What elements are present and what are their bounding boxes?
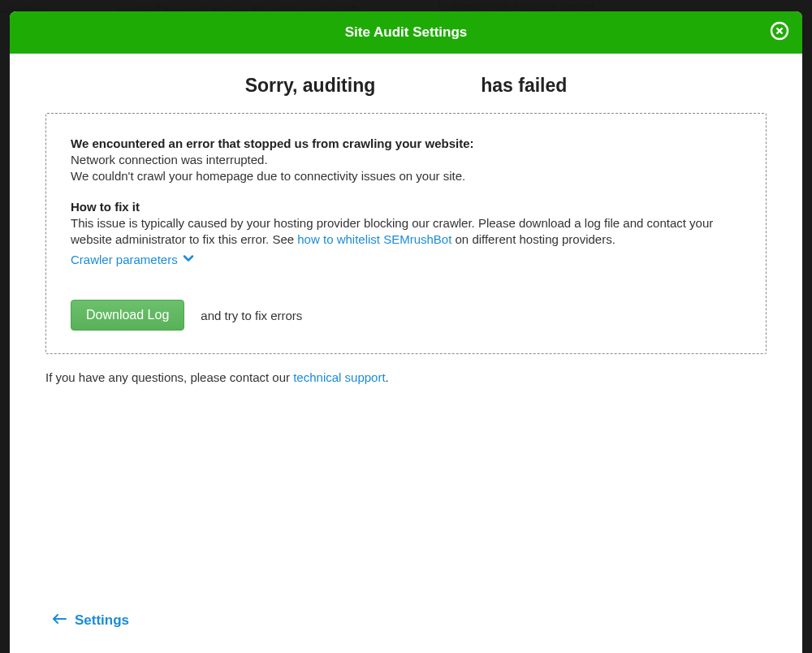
failure-heading: Sorry, auditing has failed	[45, 75, 767, 97]
heading-site-placeholder	[375, 75, 481, 97]
fix-title: How to fix it	[71, 200, 741, 214]
close-button[interactable]	[768, 21, 791, 44]
heading-pre: Sorry, auditing	[245, 75, 376, 97]
modal-title: Site Audit Settings	[345, 24, 468, 41]
close-icon	[770, 21, 789, 44]
modal-header: Site Audit Settings	[10, 11, 802, 54]
settings-link[interactable]: Settings	[52, 612, 129, 629]
crawler-parameters-label: Crawler parameters	[71, 253, 178, 266]
modal-body: Sorry, auditing has failed We encountere…	[10, 54, 802, 612]
crawler-parameters-toggle[interactable]: Crawler parameters	[71, 253, 194, 266]
chevron-down-icon	[183, 253, 194, 266]
try-fix-text: and try to fix errors	[201, 309, 302, 322]
arrow-left-icon	[52, 612, 67, 629]
error-line-2: We couldn't crawl your homepage due to c…	[71, 168, 741, 184]
error-title: We encountered an error that stopped us …	[71, 136, 741, 150]
action-row: Download Log and try to fix errors	[71, 300, 741, 331]
settings-label: Settings	[75, 612, 129, 629]
fix-text: This issue is typically caused by your h…	[71, 215, 741, 249]
support-line: If you have any questions, please contac…	[45, 370, 767, 384]
fix-text-post: on different hosting providers.	[451, 232, 615, 246]
error-details-box: We encountered an error that stopped us …	[45, 113, 767, 354]
modal-footer: Settings	[10, 612, 802, 653]
heading-post: has failed	[481, 75, 567, 97]
support-pre: If you have any questions, please contac…	[45, 370, 293, 384]
whitelist-link[interactable]: how to whitelist SEMrushBot	[297, 232, 451, 246]
site-audit-modal: Site Audit Settings Sorry, auditing has …	[10, 11, 802, 653]
error-line-1: Network connection was interrupted.	[71, 152, 741, 168]
technical-support-link[interactable]: technical support	[293, 370, 385, 384]
download-log-button[interactable]: Download Log	[71, 300, 184, 331]
support-post: .	[386, 370, 389, 384]
